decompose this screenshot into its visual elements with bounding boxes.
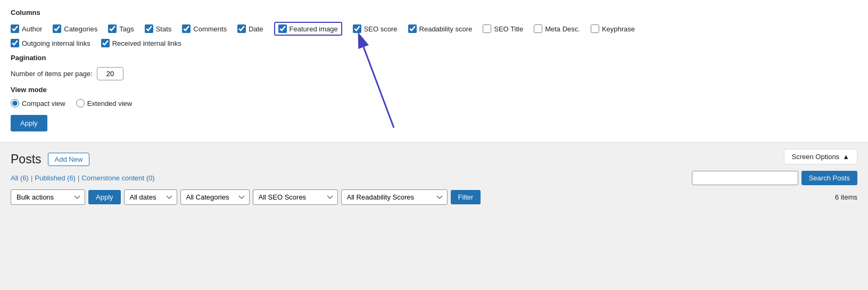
column-received-internal[interactable]: Received internal links bbox=[101, 39, 181, 47]
compact-view-radio[interactable] bbox=[11, 99, 19, 107]
column-seo-score[interactable]: SEO score bbox=[353, 24, 398, 33]
arrow-annotation bbox=[351, 32, 415, 138]
meta-desc-checkbox[interactable] bbox=[534, 24, 542, 33]
tags-checkbox[interactable] bbox=[108, 24, 117, 33]
posts-filter-links: All (6) | Published (6) | Cornerstone co… bbox=[11, 174, 155, 182]
columns-row-1: Author Categories Tags Stats Comments Da… bbox=[11, 22, 857, 36]
comments-checkbox[interactable] bbox=[182, 24, 191, 33]
filter-button[interactable]: Filter bbox=[451, 190, 481, 204]
view-mode-row: Compact view Extended view bbox=[11, 99, 857, 107]
date-checkbox[interactable] bbox=[237, 24, 246, 33]
column-featured-image[interactable]: Featured image bbox=[274, 22, 342, 36]
column-stats[interactable]: Stats bbox=[145, 24, 172, 33]
apply-button-bottom[interactable]: Apply bbox=[88, 190, 121, 204]
posts-header: Posts Add New bbox=[11, 152, 857, 167]
search-posts-input[interactable] bbox=[692, 171, 798, 185]
items-per-page-label: Number of items per page: bbox=[11, 70, 93, 78]
all-readability-select[interactable]: All Readability Scores bbox=[341, 189, 448, 205]
pagination-row: Number of items per page: bbox=[11, 67, 857, 80]
posts-toolbar: Bulk actions Apply All dates All Categor… bbox=[11, 189, 857, 205]
view-mode-title: View mode bbox=[11, 86, 857, 94]
column-readability-score[interactable]: Readability score bbox=[408, 24, 473, 33]
chevron-up-icon: ▲ bbox=[842, 153, 849, 161]
column-keyphrase[interactable]: Keyphrase bbox=[591, 24, 635, 33]
filter-all[interactable]: All (6) bbox=[11, 174, 29, 182]
columns-section-title: Columns bbox=[11, 9, 857, 16]
all-dates-select[interactable]: All dates bbox=[124, 189, 177, 205]
column-date[interactable]: Date bbox=[237, 24, 263, 33]
column-meta-desc[interactable]: Meta Desc. bbox=[534, 24, 580, 33]
received-internal-checkbox[interactable] bbox=[101, 39, 110, 47]
keyphrase-checkbox[interactable] bbox=[591, 24, 599, 33]
separator-1: | bbox=[31, 174, 32, 182]
items-per-page-input[interactable] bbox=[97, 67, 123, 80]
extended-view-option[interactable]: Extended view bbox=[76, 99, 133, 107]
screen-options-panel: Columns Author Categories Tags Stats Com… bbox=[0, 0, 868, 143]
screen-options-button[interactable]: Screen Options ▲ bbox=[784, 149, 857, 164]
column-categories[interactable]: Categories bbox=[53, 24, 97, 33]
posts-title: Posts bbox=[11, 152, 42, 167]
apply-button-top[interactable]: Apply bbox=[11, 115, 47, 131]
pagination-title: Pagination bbox=[11, 54, 857, 62]
seo-title-checkbox[interactable] bbox=[483, 24, 491, 33]
posts-section: Screen Options ▲ Posts Add New All (6) |… bbox=[0, 143, 868, 205]
posts-subheader: All (6) | Published (6) | Cornerstone co… bbox=[11, 171, 857, 185]
outgoing-internal-checkbox[interactable] bbox=[11, 39, 19, 47]
posts-search-area: Search Posts bbox=[692, 171, 857, 185]
extended-view-radio[interactable] bbox=[76, 99, 85, 107]
column-author[interactable]: Author bbox=[11, 24, 42, 33]
all-categories-select[interactable]: All Categories bbox=[180, 189, 250, 205]
column-tags[interactable]: Tags bbox=[108, 24, 134, 33]
column-comments[interactable]: Comments bbox=[182, 24, 227, 33]
filter-cornerstone[interactable]: Cornerstone content (0) bbox=[81, 174, 154, 182]
items-count: 6 items bbox=[835, 193, 857, 201]
pagination-section: Pagination Number of items per page: bbox=[11, 54, 857, 80]
all-seo-select[interactable]: All SEO Scores bbox=[253, 189, 338, 205]
view-mode-section: View mode Compact view Extended view bbox=[11, 86, 857, 107]
compact-view-option[interactable]: Compact view bbox=[11, 99, 65, 107]
filter-published[interactable]: Published (6) bbox=[35, 174, 76, 182]
columns-row-2: Outgoing internal links Received interna… bbox=[11, 39, 857, 47]
bulk-actions-select[interactable]: Bulk actions bbox=[11, 189, 85, 205]
author-checkbox[interactable] bbox=[11, 24, 19, 33]
featured-image-checkbox[interactable] bbox=[278, 24, 287, 33]
column-seo-title[interactable]: SEO Title bbox=[483, 24, 523, 33]
separator-2: | bbox=[78, 174, 79, 182]
seo-score-checkbox[interactable] bbox=[353, 24, 361, 33]
categories-checkbox[interactable] bbox=[53, 24, 61, 33]
readability-score-checkbox[interactable] bbox=[408, 24, 417, 33]
stats-checkbox[interactable] bbox=[145, 24, 153, 33]
add-new-button[interactable]: Add New bbox=[48, 153, 90, 166]
search-posts-button[interactable]: Search Posts bbox=[801, 171, 857, 185]
column-outgoing-internal[interactable]: Outgoing internal links bbox=[11, 39, 90, 47]
